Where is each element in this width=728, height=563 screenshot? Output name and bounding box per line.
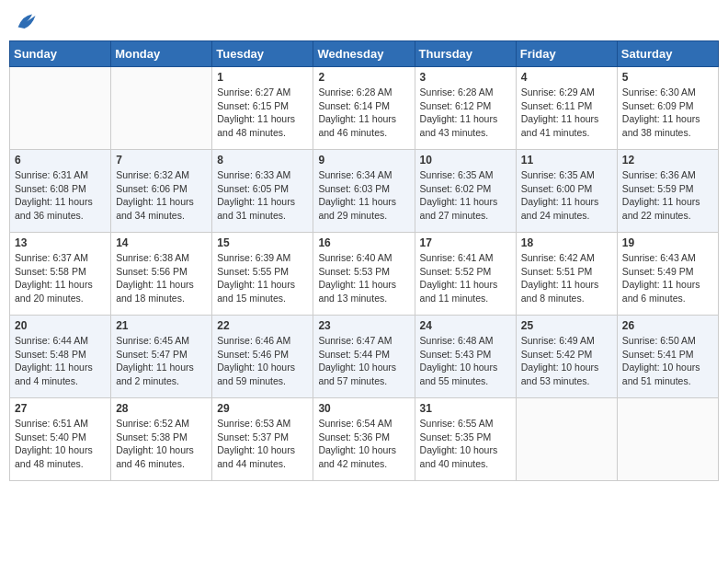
calendar-cell bbox=[516, 398, 617, 481]
day-number: 12 bbox=[622, 154, 713, 167]
calendar-cell: 20Sunrise: 6:44 AM Sunset: 5:48 PM Dayli… bbox=[10, 316, 111, 398]
day-number: 7 bbox=[116, 154, 207, 167]
day-number: 19 bbox=[622, 236, 713, 249]
day-number: 4 bbox=[521, 71, 612, 84]
calendar-cell: 31Sunrise: 6:55 AM Sunset: 5:35 PM Dayli… bbox=[415, 398, 516, 481]
calendar-cell: 28Sunrise: 6:52 AM Sunset: 5:38 PM Dayli… bbox=[111, 398, 212, 481]
cell-content: Sunrise: 6:32 AM Sunset: 6:06 PM Dayligh… bbox=[116, 168, 207, 223]
cell-content: Sunrise: 6:38 AM Sunset: 5:56 PM Dayligh… bbox=[116, 251, 207, 305]
day-number: 10 bbox=[420, 154, 511, 167]
calendar-cell: 17Sunrise: 6:41 AM Sunset: 5:52 PM Dayli… bbox=[415, 233, 516, 316]
day-number: 30 bbox=[318, 402, 409, 415]
cell-content: Sunrise: 6:44 AM Sunset: 5:48 PM Dayligh… bbox=[15, 334, 106, 388]
calendar-cell: 18Sunrise: 6:42 AM Sunset: 5:51 PM Dayli… bbox=[516, 233, 617, 316]
cell-content: Sunrise: 6:47 AM Sunset: 5:44 PM Dayligh… bbox=[318, 334, 409, 388]
calendar-cell: 29Sunrise: 6:53 AM Sunset: 5:37 PM Dayli… bbox=[212, 398, 313, 481]
cell-content: Sunrise: 6:43 AM Sunset: 5:49 PM Dayligh… bbox=[622, 251, 713, 305]
cell-content: Sunrise: 6:46 AM Sunset: 5:46 PM Dayligh… bbox=[217, 334, 308, 388]
cell-content: Sunrise: 6:50 AM Sunset: 5:41 PM Dayligh… bbox=[622, 334, 713, 388]
day-of-week-header: Sunday bbox=[10, 41, 111, 67]
cell-content: Sunrise: 6:34 AM Sunset: 6:03 PM Dayligh… bbox=[318, 168, 409, 223]
calendar-cell: 14Sunrise: 6:38 AM Sunset: 5:56 PM Dayli… bbox=[111, 233, 212, 316]
calendar-cell: 8Sunrise: 6:33 AM Sunset: 6:05 PM Daylig… bbox=[212, 150, 313, 233]
cell-content: Sunrise: 6:35 AM Sunset: 6:00 PM Dayligh… bbox=[521, 168, 612, 223]
day-number: 16 bbox=[318, 236, 409, 249]
cell-content: Sunrise: 6:53 AM Sunset: 5:37 PM Dayligh… bbox=[217, 417, 308, 471]
day-number: 15 bbox=[217, 236, 308, 249]
calendar-week-row: 27Sunrise: 6:51 AM Sunset: 5:40 PM Dayli… bbox=[10, 398, 719, 481]
calendar-cell: 2Sunrise: 6:28 AM Sunset: 6:14 PM Daylig… bbox=[313, 67, 415, 150]
day-number: 20 bbox=[15, 319, 106, 332]
cell-content: Sunrise: 6:55 AM Sunset: 5:35 PM Dayligh… bbox=[420, 417, 511, 471]
day-number: 8 bbox=[217, 154, 308, 167]
cell-content: Sunrise: 6:45 AM Sunset: 5:47 PM Dayligh… bbox=[116, 334, 207, 388]
cell-content: Sunrise: 6:37 AM Sunset: 5:58 PM Dayligh… bbox=[15, 251, 106, 305]
calendar-week-row: 1Sunrise: 6:27 AM Sunset: 6:15 PM Daylig… bbox=[10, 67, 719, 150]
calendar-cell: 3Sunrise: 6:28 AM Sunset: 6:12 PM Daylig… bbox=[415, 67, 516, 150]
calendar-cell: 30Sunrise: 6:54 AM Sunset: 5:36 PM Dayli… bbox=[313, 398, 415, 481]
cell-content: Sunrise: 6:54 AM Sunset: 5:36 PM Dayligh… bbox=[318, 417, 409, 471]
cell-content: Sunrise: 6:33 AM Sunset: 6:05 PM Dayligh… bbox=[217, 168, 308, 223]
calendar-cell: 19Sunrise: 6:43 AM Sunset: 5:49 PM Dayli… bbox=[617, 233, 718, 316]
cell-content: Sunrise: 6:28 AM Sunset: 6:14 PM Dayligh… bbox=[318, 86, 409, 140]
cell-content: Sunrise: 6:42 AM Sunset: 5:51 PM Dayligh… bbox=[521, 251, 612, 305]
calendar-cell: 9Sunrise: 6:34 AM Sunset: 6:03 PM Daylig… bbox=[313, 150, 415, 233]
calendar-cell: 10Sunrise: 6:35 AM Sunset: 6:02 PM Dayli… bbox=[415, 150, 516, 233]
day-number: 23 bbox=[318, 319, 409, 332]
calendar-week-row: 13Sunrise: 6:37 AM Sunset: 5:58 PM Dayli… bbox=[10, 233, 719, 316]
day-number: 6 bbox=[15, 154, 106, 167]
day-of-week-header: Tuesday bbox=[212, 41, 313, 67]
cell-content: Sunrise: 6:48 AM Sunset: 5:43 PM Dayligh… bbox=[420, 334, 511, 388]
day-number: 21 bbox=[116, 319, 207, 332]
day-of-week-header: Saturday bbox=[617, 41, 718, 67]
logo bbox=[13, 9, 40, 35]
calendar-cell bbox=[111, 67, 212, 150]
calendar-cell: 15Sunrise: 6:39 AM Sunset: 5:55 PM Dayli… bbox=[212, 233, 313, 316]
day-of-week-header: Wednesday bbox=[313, 41, 415, 67]
logo-icon bbox=[13, 9, 39, 35]
calendar-cell: 26Sunrise: 6:50 AM Sunset: 5:41 PM Dayli… bbox=[617, 316, 718, 398]
cell-content: Sunrise: 6:28 AM Sunset: 6:12 PM Dayligh… bbox=[420, 86, 511, 140]
day-number: 9 bbox=[318, 154, 409, 167]
calendar-cell: 16Sunrise: 6:40 AM Sunset: 5:53 PM Dayli… bbox=[313, 233, 415, 316]
day-number: 31 bbox=[420, 402, 511, 415]
calendar-cell: 12Sunrise: 6:36 AM Sunset: 5:59 PM Dayli… bbox=[617, 150, 718, 233]
cell-content: Sunrise: 6:36 AM Sunset: 5:59 PM Dayligh… bbox=[622, 168, 713, 223]
calendar-cell: 25Sunrise: 6:49 AM Sunset: 5:42 PM Dayli… bbox=[516, 316, 617, 398]
cell-content: Sunrise: 6:27 AM Sunset: 6:15 PM Dayligh… bbox=[217, 86, 308, 140]
calendar-cell: 4Sunrise: 6:29 AM Sunset: 6:11 PM Daylig… bbox=[516, 67, 617, 150]
cell-content: Sunrise: 6:29 AM Sunset: 6:11 PM Dayligh… bbox=[521, 86, 612, 140]
calendar-cell: 13Sunrise: 6:37 AM Sunset: 5:58 PM Dayli… bbox=[10, 233, 111, 316]
day-of-week-header: Thursday bbox=[415, 41, 516, 67]
calendar-cell: 23Sunrise: 6:47 AM Sunset: 5:44 PM Dayli… bbox=[313, 316, 415, 398]
day-number: 13 bbox=[15, 236, 106, 249]
cell-content: Sunrise: 6:39 AM Sunset: 5:55 PM Dayligh… bbox=[217, 251, 308, 305]
day-of-week-header: Friday bbox=[516, 41, 617, 67]
day-of-week-header: Monday bbox=[111, 41, 212, 67]
cell-content: Sunrise: 6:51 AM Sunset: 5:40 PM Dayligh… bbox=[15, 417, 106, 471]
day-number: 18 bbox=[521, 236, 612, 249]
calendar-table: SundayMondayTuesdayWednesdayThursdayFrid… bbox=[9, 40, 719, 481]
cell-content: Sunrise: 6:52 AM Sunset: 5:38 PM Dayligh… bbox=[116, 417, 207, 471]
calendar-cell: 6Sunrise: 6:31 AM Sunset: 6:08 PM Daylig… bbox=[10, 150, 111, 233]
day-number: 25 bbox=[521, 319, 612, 332]
day-number: 1 bbox=[217, 71, 308, 84]
day-number: 28 bbox=[116, 402, 207, 415]
cell-content: Sunrise: 6:40 AM Sunset: 5:53 PM Dayligh… bbox=[318, 251, 409, 305]
day-number: 29 bbox=[217, 402, 308, 415]
calendar-cell: 11Sunrise: 6:35 AM Sunset: 6:00 PM Dayli… bbox=[516, 150, 617, 233]
day-number: 27 bbox=[15, 402, 106, 415]
day-number: 11 bbox=[521, 154, 612, 167]
calendar-cell: 7Sunrise: 6:32 AM Sunset: 6:06 PM Daylig… bbox=[111, 150, 212, 233]
day-number: 2 bbox=[318, 71, 409, 84]
cell-content: Sunrise: 6:30 AM Sunset: 6:09 PM Dayligh… bbox=[622, 86, 713, 140]
day-number: 22 bbox=[217, 319, 308, 332]
calendar-header-row: SundayMondayTuesdayWednesdayThursdayFrid… bbox=[10, 41, 719, 67]
day-number: 24 bbox=[420, 319, 511, 332]
calendar-cell: 22Sunrise: 6:46 AM Sunset: 5:46 PM Dayli… bbox=[212, 316, 313, 398]
calendar-week-row: 20Sunrise: 6:44 AM Sunset: 5:48 PM Dayli… bbox=[10, 316, 719, 398]
cell-content: Sunrise: 6:49 AM Sunset: 5:42 PM Dayligh… bbox=[521, 334, 612, 388]
day-number: 17 bbox=[420, 236, 511, 249]
calendar-cell: 24Sunrise: 6:48 AM Sunset: 5:43 PM Dayli… bbox=[415, 316, 516, 398]
cell-content: Sunrise: 6:41 AM Sunset: 5:52 PM Dayligh… bbox=[420, 251, 511, 305]
